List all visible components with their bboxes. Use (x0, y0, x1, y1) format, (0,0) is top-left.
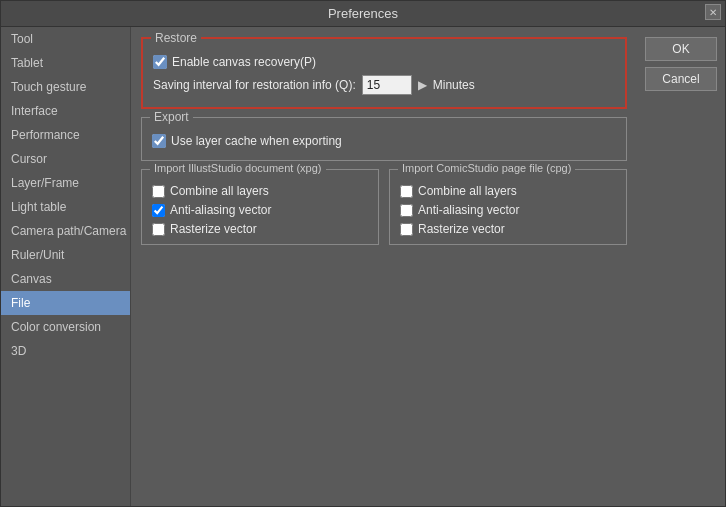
cpg-combine-row: Combine all layers (400, 184, 616, 198)
xpg-combine-row: Combine all layers (152, 184, 368, 198)
spacer (141, 253, 627, 496)
main-content: Restore Enable canvas recovery(P) Saving… (131, 27, 637, 506)
xpg-rasterize-label: Rasterize vector (170, 222, 257, 236)
cpg-combine-label: Combine all layers (418, 184, 517, 198)
enable-recovery-label: Enable canvas recovery(P) (172, 55, 316, 69)
title-bar: Preferences (1, 1, 725, 27)
close-button[interactable]: ✕ (705, 4, 721, 20)
cpg-combine-checkbox[interactable] (400, 185, 413, 198)
xpg-rasterize-checkbox[interactable] (152, 223, 165, 236)
cpg-rasterize-label: Rasterize vector (418, 222, 505, 236)
minutes-label: Minutes (433, 78, 475, 92)
sidebar-item-tablet[interactable]: Tablet (1, 51, 130, 75)
restore-section-label: Restore (151, 31, 201, 45)
saving-interval-label: Saving interval for restoration info (Q)… (153, 78, 356, 92)
sidebar-item-tool[interactable]: Tool (1, 27, 130, 51)
import-sections: Import IllustStudio document (xpg) Combi… (141, 169, 627, 245)
sidebar-item-canvas[interactable]: Canvas (1, 267, 130, 291)
sidebar-item-3d[interactable]: 3D (1, 339, 130, 363)
restore-section: Restore Enable canvas recovery(P) Saving… (141, 37, 627, 109)
saving-interval-input[interactable] (362, 75, 412, 95)
xpg-antialias-row: Anti-aliasing vector (152, 203, 368, 217)
dialog-body: Tool Tablet Touch gesture Interface Perf… (1, 27, 725, 506)
action-buttons: OK Cancel (637, 27, 725, 506)
preferences-dialog: Preferences ✕ Tool Tablet Touch gesture … (0, 0, 726, 507)
sidebar-item-color-conversion[interactable]: Color conversion (1, 315, 130, 339)
sidebar-item-light-table[interactable]: Light table (1, 195, 130, 219)
use-layer-cache-checkbox[interactable] (152, 134, 166, 148)
export-section-label: Export (150, 110, 193, 124)
sidebar-item-interface[interactable]: Interface (1, 99, 130, 123)
import-cpg-label: Import ComicStudio page file (cpg) (398, 162, 575, 174)
xpg-antialias-checkbox[interactable] (152, 204, 165, 217)
arrow-icon: ▶ (418, 78, 427, 92)
sidebar: Tool Tablet Touch gesture Interface Perf… (1, 27, 131, 506)
import-xpg-section: Import IllustStudio document (xpg) Combi… (141, 169, 379, 245)
xpg-combine-label: Combine all layers (170, 184, 269, 198)
cpg-antialias-checkbox[interactable] (400, 204, 413, 217)
sidebar-item-performance[interactable]: Performance (1, 123, 130, 147)
sidebar-item-cursor[interactable]: Cursor (1, 147, 130, 171)
sidebar-item-layer-frame[interactable]: Layer/Frame (1, 171, 130, 195)
sidebar-item-camera-path[interactable]: Camera path/Camera (1, 219, 130, 243)
import-xpg-label: Import IllustStudio document (xpg) (150, 162, 326, 174)
cpg-antialias-row: Anti-aliasing vector (400, 203, 616, 217)
enable-recovery-row: Enable canvas recovery(P) (153, 55, 316, 69)
use-layer-cache-row: Use layer cache when exporting (152, 134, 342, 148)
sidebar-item-touch-gesture[interactable]: Touch gesture (1, 75, 130, 99)
cancel-button[interactable]: Cancel (645, 67, 717, 91)
dialog-title: Preferences (328, 6, 398, 21)
sidebar-item-file[interactable]: File (1, 291, 130, 315)
cpg-rasterize-checkbox[interactable] (400, 223, 413, 236)
use-layer-cache-label: Use layer cache when exporting (171, 134, 342, 148)
export-section: Export Use layer cache when exporting (141, 117, 627, 161)
ok-button[interactable]: OK (645, 37, 717, 61)
xpg-combine-checkbox[interactable] (152, 185, 165, 198)
cpg-rasterize-row: Rasterize vector (400, 222, 616, 236)
xpg-antialias-label: Anti-aliasing vector (170, 203, 271, 217)
sidebar-item-ruler-unit[interactable]: Ruler/Unit (1, 243, 130, 267)
import-cpg-section: Import ComicStudio page file (cpg) Combi… (389, 169, 627, 245)
xpg-rasterize-row: Rasterize vector (152, 222, 368, 236)
enable-recovery-checkbox[interactable] (153, 55, 167, 69)
cpg-antialias-label: Anti-aliasing vector (418, 203, 519, 217)
